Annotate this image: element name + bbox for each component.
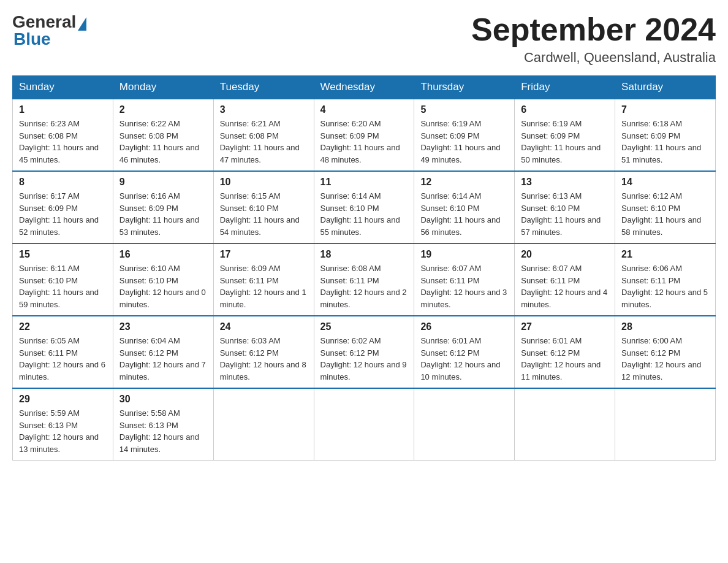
calendar-cell <box>213 388 314 461</box>
day-number: 23 <box>119 321 207 332</box>
day-number: 24 <box>220 321 308 332</box>
day-number: 29 <box>19 394 107 405</box>
calendar-cell <box>515 388 615 461</box>
day-info: Sunrise: 6:19 AMSunset: 6:09 PMDaylight:… <box>420 118 508 166</box>
day-info: Sunrise: 6:14 AMSunset: 6:10 PMDaylight:… <box>320 190 408 238</box>
day-number: 2 <box>119 104 207 115</box>
column-header-monday: Monday <box>113 76 213 99</box>
day-number: 7 <box>621 104 709 115</box>
day-info: Sunrise: 6:15 AMSunset: 6:10 PMDaylight:… <box>220 190 308 238</box>
day-info: Sunrise: 6:17 AMSunset: 6:09 PMDaylight:… <box>19 190 107 238</box>
day-number: 18 <box>320 249 408 260</box>
calendar-cell: 21Sunrise: 6:06 AMSunset: 6:11 PMDayligh… <box>615 243 716 316</box>
day-info: Sunrise: 6:03 AMSunset: 6:12 PMDaylight:… <box>220 335 308 383</box>
calendar-cell: 20Sunrise: 6:07 AMSunset: 6:11 PMDayligh… <box>515 243 615 316</box>
calendar-cell: 11Sunrise: 6:14 AMSunset: 6:10 PMDayligh… <box>314 171 414 243</box>
calendar-cell: 26Sunrise: 6:01 AMSunset: 6:12 PMDayligh… <box>414 316 515 388</box>
calendar-cell: 4Sunrise: 6:20 AMSunset: 6:09 PMDaylight… <box>314 99 414 171</box>
calendar-cell: 9Sunrise: 6:16 AMSunset: 6:09 PMDaylight… <box>113 171 213 243</box>
day-number: 10 <box>220 177 308 188</box>
day-number: 27 <box>521 321 609 332</box>
calendar-cell: 16Sunrise: 6:10 AMSunset: 6:10 PMDayligh… <box>113 243 213 316</box>
day-number: 4 <box>320 104 408 115</box>
day-info: Sunrise: 6:05 AMSunset: 6:11 PMDaylight:… <box>19 335 107 383</box>
day-number: 14 <box>621 177 709 188</box>
day-number: 28 <box>621 321 709 332</box>
logo-blue-text: Blue <box>13 29 51 49</box>
day-info: Sunrise: 6:07 AMSunset: 6:11 PMDaylight:… <box>521 262 609 310</box>
day-info: Sunrise: 6:23 AMSunset: 6:08 PMDaylight:… <box>19 118 107 166</box>
calendar-cell: 14Sunrise: 6:12 AMSunset: 6:10 PMDayligh… <box>615 171 716 243</box>
header-row: SundayMondayTuesdayWednesdayThursdayFrid… <box>13 76 716 99</box>
day-info: Sunrise: 6:08 AMSunset: 6:11 PMDaylight:… <box>320 262 408 310</box>
header: General Blue September 2024 Cardwell, Qu… <box>12 12 716 66</box>
calendar-cell: 19Sunrise: 6:07 AMSunset: 6:11 PMDayligh… <box>414 243 515 316</box>
column-header-saturday: Saturday <box>615 76 716 99</box>
day-number: 12 <box>420 177 508 188</box>
calendar-cell: 1Sunrise: 6:23 AMSunset: 6:08 PMDaylight… <box>13 99 113 171</box>
calendar-cell <box>314 388 414 461</box>
day-info: Sunrise: 6:13 AMSunset: 6:10 PMDaylight:… <box>521 190 609 238</box>
day-info: Sunrise: 6:11 AMSunset: 6:10 PMDaylight:… <box>19 262 107 310</box>
week-row-4: 22Sunrise: 6:05 AMSunset: 6:11 PMDayligh… <box>13 316 716 388</box>
column-header-tuesday: Tuesday <box>213 76 314 99</box>
column-header-thursday: Thursday <box>414 76 515 99</box>
calendar-table: SundayMondayTuesdayWednesdayThursdayFrid… <box>12 75 716 461</box>
day-info: Sunrise: 6:09 AMSunset: 6:11 PMDaylight:… <box>220 262 308 310</box>
day-number: 3 <box>220 104 308 115</box>
calendar-cell: 6Sunrise: 6:19 AMSunset: 6:09 PMDaylight… <box>515 99 615 171</box>
calendar-cell: 24Sunrise: 6:03 AMSunset: 6:12 PMDayligh… <box>213 316 314 388</box>
day-info: Sunrise: 6:16 AMSunset: 6:09 PMDaylight:… <box>119 190 207 238</box>
day-info: Sunrise: 6:22 AMSunset: 6:08 PMDaylight:… <box>119 118 207 166</box>
week-row-3: 15Sunrise: 6:11 AMSunset: 6:10 PMDayligh… <box>13 243 716 316</box>
calendar-cell: 27Sunrise: 6:01 AMSunset: 6:12 PMDayligh… <box>515 316 615 388</box>
calendar-cell: 3Sunrise: 6:21 AMSunset: 6:08 PMDaylight… <box>213 99 314 171</box>
day-info: Sunrise: 6:04 AMSunset: 6:12 PMDaylight:… <box>119 335 207 383</box>
calendar-cell <box>615 388 716 461</box>
day-info: Sunrise: 6:18 AMSunset: 6:09 PMDaylight:… <box>621 118 709 166</box>
calendar-cell: 12Sunrise: 6:14 AMSunset: 6:10 PMDayligh… <box>414 171 515 243</box>
day-info: Sunrise: 6:01 AMSunset: 6:12 PMDaylight:… <box>420 335 508 383</box>
day-info: Sunrise: 6:14 AMSunset: 6:10 PMDaylight:… <box>420 190 508 238</box>
calendar-cell: 13Sunrise: 6:13 AMSunset: 6:10 PMDayligh… <box>515 171 615 243</box>
day-number: 26 <box>420 321 508 332</box>
day-number: 22 <box>19 321 107 332</box>
day-info: Sunrise: 6:19 AMSunset: 6:09 PMDaylight:… <box>521 118 609 166</box>
calendar-cell: 17Sunrise: 6:09 AMSunset: 6:11 PMDayligh… <box>213 243 314 316</box>
day-info: Sunrise: 6:00 AMSunset: 6:12 PMDaylight:… <box>621 335 709 383</box>
calendar-cell: 23Sunrise: 6:04 AMSunset: 6:12 PMDayligh… <box>113 316 213 388</box>
column-header-sunday: Sunday <box>13 76 113 99</box>
column-header-wednesday: Wednesday <box>314 76 414 99</box>
calendar-cell: 30Sunrise: 5:58 AMSunset: 6:13 PMDayligh… <box>113 388 213 461</box>
day-number: 6 <box>521 104 609 115</box>
day-info: Sunrise: 6:21 AMSunset: 6:08 PMDaylight:… <box>220 118 308 166</box>
day-number: 19 <box>420 249 508 260</box>
day-info: Sunrise: 6:02 AMSunset: 6:12 PMDaylight:… <box>320 335 408 383</box>
logo-triangle-icon <box>78 17 86 31</box>
day-number: 1 <box>19 104 107 115</box>
location-title: Cardwell, Queensland, Australia <box>471 50 716 66</box>
day-info: Sunrise: 5:59 AMSunset: 6:13 PMDaylight:… <box>19 407 107 455</box>
day-number: 9 <box>119 177 207 188</box>
day-number: 5 <box>420 104 508 115</box>
calendar-cell: 29Sunrise: 5:59 AMSunset: 6:13 PMDayligh… <box>13 388 113 461</box>
week-row-5: 29Sunrise: 5:59 AMSunset: 6:13 PMDayligh… <box>13 388 716 461</box>
calendar-cell: 28Sunrise: 6:00 AMSunset: 6:12 PMDayligh… <box>615 316 716 388</box>
day-number: 15 <box>19 249 107 260</box>
day-number: 16 <box>119 249 207 260</box>
day-number: 8 <box>19 177 107 188</box>
day-info: Sunrise: 6:20 AMSunset: 6:09 PMDaylight:… <box>320 118 408 166</box>
day-info: Sunrise: 6:12 AMSunset: 6:10 PMDaylight:… <box>621 190 709 238</box>
month-title: September 2024 <box>471 12 716 47</box>
day-info: Sunrise: 5:58 AMSunset: 6:13 PMDaylight:… <box>119 407 207 455</box>
logo: General Blue <box>12 12 86 49</box>
title-area: September 2024 Cardwell, Queensland, Aus… <box>471 12 716 66</box>
calendar-cell: 5Sunrise: 6:19 AMSunset: 6:09 PMDaylight… <box>414 99 515 171</box>
calendar-cell <box>414 388 515 461</box>
day-info: Sunrise: 6:06 AMSunset: 6:11 PMDaylight:… <box>621 262 709 310</box>
week-row-2: 8Sunrise: 6:17 AMSunset: 6:09 PMDaylight… <box>13 171 716 243</box>
calendar-cell: 7Sunrise: 6:18 AMSunset: 6:09 PMDaylight… <box>615 99 716 171</box>
day-number: 11 <box>320 177 408 188</box>
day-info: Sunrise: 6:01 AMSunset: 6:12 PMDaylight:… <box>521 335 609 383</box>
calendar-cell: 2Sunrise: 6:22 AMSunset: 6:08 PMDaylight… <box>113 99 213 171</box>
